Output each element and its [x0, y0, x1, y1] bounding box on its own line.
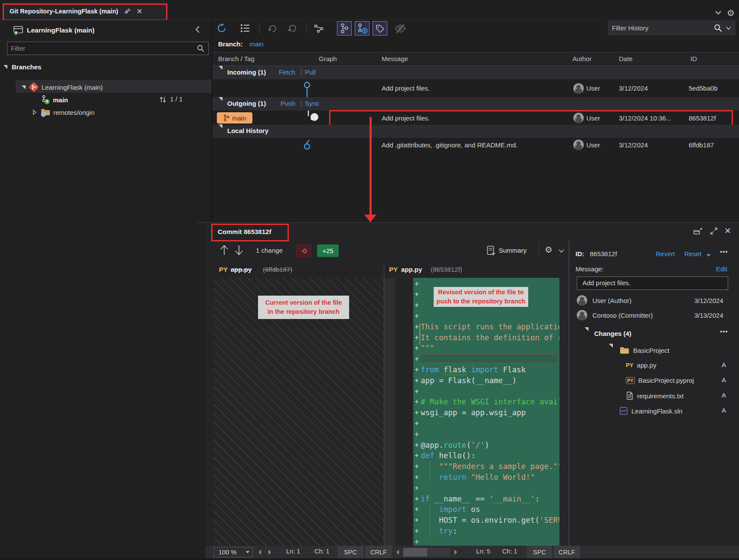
changes-file-row[interactable]: LearningFlask.sln — [619, 407, 683, 415]
changes-file-row[interactable]: requirements.txt — [626, 391, 684, 400]
dock-icon[interactable] — [693, 227, 703, 235]
refresh-icon[interactable] — [216, 23, 228, 35]
code-line[interactable]: HOST = os.environ.get('SERVER_HOST', 'lo… — [421, 515, 559, 526]
col-graph[interactable]: Graph — [319, 55, 337, 62]
scroll-right-icon[interactable] — [453, 549, 459, 556]
zoom-control[interactable]: 100 % — [214, 547, 253, 557]
tree-branch-main[interactable]: main — [41, 94, 68, 105]
diff-added-marker: + — [415, 461, 419, 472]
next-change-icon[interactable] — [234, 244, 244, 256]
code-line[interactable]: @app.route('/') — [421, 440, 489, 451]
code-line[interactable]: It contains the definition of routes and… — [421, 332, 559, 343]
pull-icon[interactable] — [286, 23, 298, 35]
left-pane-scrollbar[interactable] — [384, 278, 395, 546]
col-date[interactable]: Date — [619, 55, 633, 62]
summary-button[interactable]: Summary — [499, 247, 526, 254]
code-line[interactable]: try: — [421, 526, 457, 537]
right-file-hash: (8653812f) — [431, 266, 462, 273]
sidebar-filter-input[interactable]: Filter — [7, 42, 209, 55]
pull-link[interactable]: Pull — [305, 68, 316, 76]
code-line[interactable]: wsgi_app = app.wsgi_app — [421, 407, 526, 418]
filter-history-input[interactable]: Filter History — [608, 21, 735, 35]
show-tags-toggle[interactable] — [373, 21, 387, 36]
code-line[interactable]: from flask import Flask — [421, 365, 526, 375]
right-spc[interactable]: SPC — [527, 546, 552, 558]
scroll-right-icon[interactable] — [267, 549, 273, 556]
h-scrollbar-track[interactable] — [402, 548, 450, 557]
fetch-icon[interactable] — [266, 23, 278, 35]
code-line[interactable]: app = Flask(__name__) — [421, 375, 517, 386]
code-line[interactable]: """ — [421, 343, 435, 354]
edit-link[interactable]: Edit — [716, 265, 727, 273]
revert-link[interactable]: Revert — [656, 250, 675, 257]
show-remote-branches-toggle[interactable] — [355, 21, 370, 36]
sidebar-filter-placeholder: Filter — [11, 45, 25, 52]
changes-file-row[interactable]: PYBasicProject.pyproj — [626, 376, 694, 384]
reset-link[interactable]: Reset — [684, 250, 701, 257]
message-label: Message: — [576, 265, 604, 273]
local-history-section-row[interactable] — [213, 125, 739, 138]
code-line[interactable]: return "Hello World!" — [421, 472, 535, 483]
code-line[interactable]: def hello(): — [421, 450, 475, 461]
col-id[interactable]: ID — [690, 55, 697, 62]
window-dropdown-icon[interactable] — [715, 10, 722, 16]
avatar — [577, 310, 587, 320]
diff-added-marker: + — [415, 537, 419, 546]
show-graph-toggle[interactable] — [337, 21, 352, 36]
h-scrollbar-thumb[interactable] — [403, 548, 427, 557]
branch-value[interactable]: main — [249, 40, 264, 48]
changes-folder[interactable]: BasicProject — [633, 347, 669, 354]
hide-merge-commits-icon[interactable] — [394, 23, 406, 35]
left-spc[interactable]: SPC — [337, 546, 363, 558]
collapse-sidebar-icon[interactable] — [194, 25, 201, 34]
code-line[interactable]: if __name__ == '__main__': — [421, 494, 540, 505]
tree-repo-learningflask[interactable]: LearningFlask (main) — [22, 82, 103, 92]
tree-remotes-origin[interactable]: remotes/origin — [32, 107, 95, 117]
diff-added-marker: + — [415, 300, 419, 311]
incoming-commit-row[interactable] — [213, 79, 739, 97]
chevron-down-icon — [726, 26, 731, 30]
left-file-hash: (6ffdb187) — [263, 266, 292, 273]
chevron-down-icon[interactable] — [559, 249, 564, 253]
scroll-left-icon[interactable] — [257, 549, 263, 556]
branch-compare-icon[interactable] — [313, 23, 325, 35]
right-pane-scrollbar[interactable] — [559, 278, 569, 546]
diff-added-marker: + — [415, 375, 419, 386]
py-file-icon: PY — [626, 361, 633, 369]
left-eol[interactable]: CRLF — [365, 546, 392, 558]
right-eol[interactable]: CRLF — [554, 546, 580, 558]
code-line[interactable]: # Make the WSGI interface available at t… — [421, 397, 559, 407]
sync-link[interactable]: Sync — [305, 100, 319, 107]
commit-list-icon[interactable] — [239, 23, 252, 35]
diff-added-marker: + — [415, 343, 419, 354]
fetch-link[interactable]: Fetch — [279, 68, 295, 76]
txt-file-icon — [626, 391, 634, 400]
left-ch: Ch: 1 — [314, 548, 330, 555]
col-message[interactable]: Message — [382, 55, 408, 62]
tree-branches[interactable]: Branches — [3, 63, 41, 71]
branch-badge-main[interactable]: main — [217, 112, 252, 124]
settings-gear-icon[interactable]: ⚙ — [727, 8, 735, 18]
commit-message-box[interactable]: Add project files. — [577, 277, 728, 290]
right-diff-pane[interactable]: +++++This script runs the application us… — [413, 278, 559, 546]
left-ln: Ln: 1 — [286, 548, 300, 555]
changes-more[interactable]: ••• — [720, 328, 728, 335]
code-line[interactable]: """Renders a sample page.""" — [421, 461, 559, 472]
close-panel-icon[interactable]: ✕ — [724, 226, 731, 236]
annotation-left: Current version of the filein the reposi… — [258, 296, 349, 319]
col-branch-tag[interactable]: Branch / Tag — [218, 55, 255, 62]
changes-file-row[interactable]: PYapp.py — [626, 361, 656, 369]
maximize-icon[interactable] — [710, 227, 718, 235]
more-actions[interactable]: ••• — [720, 248, 728, 255]
diff-added-marker: + — [415, 311, 419, 322]
folder-icon — [619, 346, 630, 355]
code-line[interactable]: This script runs the application using a… — [421, 322, 559, 332]
col-author[interactable]: Author — [572, 55, 592, 62]
prev-change-icon[interactable] — [219, 244, 229, 256]
reset-dropdown-icon[interactable] — [706, 254, 711, 257]
indent-guide — [430, 504, 430, 536]
summary-icon — [486, 245, 496, 256]
push-link[interactable]: Push — [281, 100, 295, 107]
scroll-left-icon[interactable] — [395, 549, 401, 556]
diff-settings-gear-icon[interactable]: ⚙ — [545, 244, 553, 255]
